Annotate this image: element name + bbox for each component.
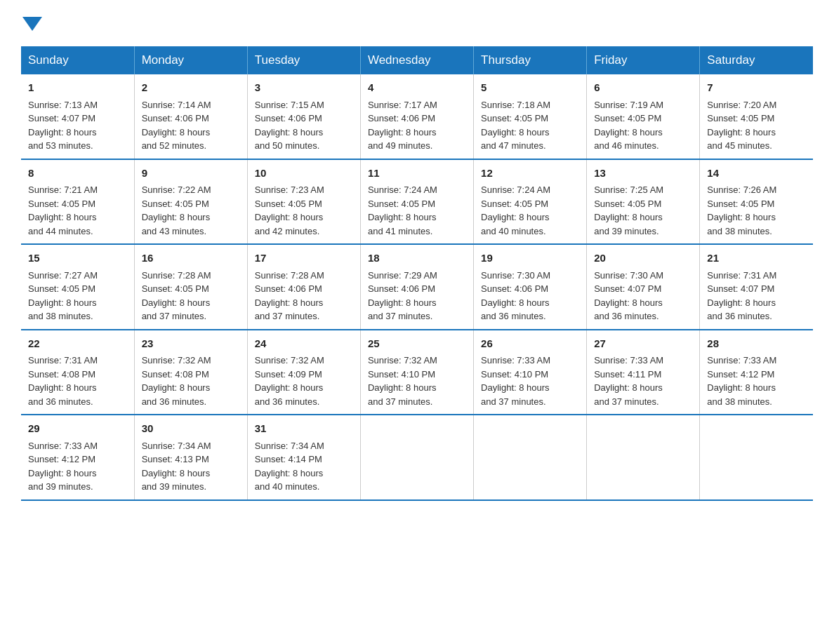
- day-cell: 10Sunrise: 7:23 AMSunset: 4:05 PMDayligh…: [247, 159, 360, 245]
- day-number: 11: [368, 166, 466, 182]
- day-info: Sunrise: 7:33 AMSunset: 4:12 PMDaylight:…: [707, 354, 806, 408]
- page-header: [21, 14, 813, 32]
- day-number: 30: [142, 421, 240, 437]
- day-cell: 7Sunrise: 7:20 AMSunset: 4:05 PMDaylight…: [700, 74, 813, 159]
- header-row: SundayMondayTuesdayWednesdayThursdayFrid…: [21, 46, 813, 74]
- day-info: Sunrise: 7:26 AMSunset: 4:05 PMDaylight:…: [707, 183, 806, 238]
- day-number: 5: [481, 80, 579, 96]
- day-info: Sunrise: 7:33 AMSunset: 4:10 PMDaylight:…: [481, 354, 579, 408]
- day-number: 16: [142, 250, 240, 267]
- day-info: Sunrise: 7:32 AMSunset: 4:08 PMDaylight:…: [142, 354, 240, 408]
- day-cell: 22Sunrise: 7:31 AMSunset: 4:08 PMDayligh…: [21, 330, 134, 415]
- day-cell: 16Sunrise: 7:28 AMSunset: 4:05 PMDayligh…: [134, 244, 247, 330]
- day-cell: 27Sunrise: 7:33 AMSunset: 4:11 PMDayligh…: [587, 330, 700, 415]
- day-info: Sunrise: 7:28 AMSunset: 4:05 PMDaylight:…: [142, 269, 240, 323]
- day-number: 21: [707, 250, 806, 267]
- logo: [21, 14, 42, 32]
- day-info: Sunrise: 7:28 AMSunset: 4:06 PMDaylight:…: [255, 269, 353, 323]
- week-row-3: 15Sunrise: 7:27 AMSunset: 4:05 PMDayligh…: [21, 244, 813, 330]
- day-cell: 25Sunrise: 7:32 AMSunset: 4:10 PMDayligh…: [360, 330, 473, 415]
- day-info: Sunrise: 7:25 AMSunset: 4:05 PMDaylight:…: [594, 183, 692, 238]
- day-info: Sunrise: 7:31 AMSunset: 4:08 PMDaylight:…: [28, 354, 127, 408]
- day-info: Sunrise: 7:23 AMSunset: 4:05 PMDaylight:…: [255, 183, 353, 238]
- day-number: 26: [481, 336, 579, 352]
- day-cell: 5Sunrise: 7:18 AMSunset: 4:05 PMDaylight…: [474, 74, 587, 159]
- day-info: Sunrise: 7:22 AMSunset: 4:05 PMDaylight:…: [142, 183, 240, 238]
- week-row-4: 22Sunrise: 7:31 AMSunset: 4:08 PMDayligh…: [21, 330, 813, 415]
- day-cell: 26Sunrise: 7:33 AMSunset: 4:10 PMDayligh…: [474, 330, 587, 415]
- day-cell: [587, 415, 700, 500]
- day-cell: 18Sunrise: 7:29 AMSunset: 4:06 PMDayligh…: [360, 244, 473, 330]
- header-tuesday: Tuesday: [247, 46, 360, 74]
- day-cell: 1Sunrise: 7:13 AMSunset: 4:07 PMDaylight…: [21, 74, 134, 159]
- day-cell: 3Sunrise: 7:15 AMSunset: 4:06 PMDaylight…: [247, 74, 360, 159]
- day-cell: 24Sunrise: 7:32 AMSunset: 4:09 PMDayligh…: [247, 330, 360, 415]
- day-number: 27: [594, 336, 692, 352]
- header-sunday: Sunday: [21, 46, 134, 74]
- day-number: 8: [28, 166, 127, 182]
- day-number: 25: [368, 336, 466, 352]
- day-info: Sunrise: 7:24 AMSunset: 4:05 PMDaylight:…: [481, 183, 579, 238]
- day-cell: 20Sunrise: 7:30 AMSunset: 4:07 PMDayligh…: [587, 244, 700, 330]
- day-info: Sunrise: 7:27 AMSunset: 4:05 PMDaylight:…: [28, 269, 127, 323]
- day-number: 29: [28, 421, 127, 437]
- day-info: Sunrise: 7:14 AMSunset: 4:06 PMDaylight:…: [142, 98, 240, 153]
- day-info: Sunrise: 7:24 AMSunset: 4:05 PMDaylight:…: [368, 183, 466, 238]
- day-number: 18: [368, 250, 466, 267]
- day-cell: 13Sunrise: 7:25 AMSunset: 4:05 PMDayligh…: [587, 159, 700, 245]
- day-number: 22: [28, 336, 127, 352]
- day-number: 28: [707, 336, 806, 352]
- week-row-5: 29Sunrise: 7:33 AMSunset: 4:12 PMDayligh…: [21, 415, 813, 500]
- day-info: Sunrise: 7:31 AMSunset: 4:07 PMDaylight:…: [707, 269, 806, 323]
- day-cell: 28Sunrise: 7:33 AMSunset: 4:12 PMDayligh…: [700, 330, 813, 415]
- day-number: 15: [28, 250, 127, 267]
- header-friday: Friday: [587, 46, 700, 74]
- day-number: 10: [255, 166, 353, 182]
- day-info: Sunrise: 7:15 AMSunset: 4:06 PMDaylight:…: [255, 98, 353, 153]
- day-cell: 14Sunrise: 7:26 AMSunset: 4:05 PMDayligh…: [700, 159, 813, 245]
- day-info: Sunrise: 7:32 AMSunset: 4:09 PMDaylight:…: [255, 354, 353, 408]
- day-cell: [700, 415, 813, 500]
- day-number: 7: [707, 80, 806, 96]
- calendar-table: SundayMondayTuesdayWednesdayThursdayFrid…: [21, 46, 813, 501]
- logo-triangle-icon: [22, 17, 42, 31]
- day-info: Sunrise: 7:17 AMSunset: 4:06 PMDaylight:…: [368, 98, 466, 153]
- day-cell: 19Sunrise: 7:30 AMSunset: 4:06 PMDayligh…: [474, 244, 587, 330]
- header-saturday: Saturday: [700, 46, 813, 74]
- day-cell: 15Sunrise: 7:27 AMSunset: 4:05 PMDayligh…: [21, 244, 134, 330]
- day-cell: 17Sunrise: 7:28 AMSunset: 4:06 PMDayligh…: [247, 244, 360, 330]
- day-info: Sunrise: 7:18 AMSunset: 4:05 PMDaylight:…: [481, 98, 579, 153]
- day-cell: 9Sunrise: 7:22 AMSunset: 4:05 PMDaylight…: [134, 159, 247, 245]
- day-info: Sunrise: 7:33 AMSunset: 4:12 PMDaylight:…: [28, 439, 127, 494]
- day-info: Sunrise: 7:32 AMSunset: 4:10 PMDaylight:…: [368, 354, 466, 408]
- day-number: 13: [594, 166, 692, 182]
- day-cell: 21Sunrise: 7:31 AMSunset: 4:07 PMDayligh…: [700, 244, 813, 330]
- day-info: Sunrise: 7:13 AMSunset: 4:07 PMDaylight:…: [28, 98, 127, 153]
- day-number: 2: [142, 80, 240, 96]
- day-cell: 23Sunrise: 7:32 AMSunset: 4:08 PMDayligh…: [134, 330, 247, 415]
- day-cell: 4Sunrise: 7:17 AMSunset: 4:06 PMDaylight…: [360, 74, 473, 159]
- day-info: Sunrise: 7:33 AMSunset: 4:11 PMDaylight:…: [594, 354, 692, 408]
- day-cell: 11Sunrise: 7:24 AMSunset: 4:05 PMDayligh…: [360, 159, 473, 245]
- day-cell: 12Sunrise: 7:24 AMSunset: 4:05 PMDayligh…: [474, 159, 587, 245]
- day-info: Sunrise: 7:20 AMSunset: 4:05 PMDaylight:…: [707, 98, 806, 153]
- day-number: 20: [594, 250, 692, 267]
- header-thursday: Thursday: [474, 46, 587, 74]
- header-monday: Monday: [134, 46, 247, 74]
- day-info: Sunrise: 7:29 AMSunset: 4:06 PMDaylight:…: [368, 269, 466, 323]
- day-info: Sunrise: 7:19 AMSunset: 4:05 PMDaylight:…: [594, 98, 692, 153]
- day-info: Sunrise: 7:30 AMSunset: 4:07 PMDaylight:…: [594, 269, 692, 323]
- day-cell: 29Sunrise: 7:33 AMSunset: 4:12 PMDayligh…: [21, 415, 134, 500]
- day-number: 4: [368, 80, 466, 96]
- header-wednesday: Wednesday: [360, 46, 473, 74]
- day-number: 19: [481, 250, 579, 267]
- day-info: Sunrise: 7:34 AMSunset: 4:14 PMDaylight:…: [255, 439, 353, 494]
- day-cell: 2Sunrise: 7:14 AMSunset: 4:06 PMDaylight…: [134, 74, 247, 159]
- day-number: 12: [481, 166, 579, 182]
- day-cell: 6Sunrise: 7:19 AMSunset: 4:05 PMDaylight…: [587, 74, 700, 159]
- day-cell: 31Sunrise: 7:34 AMSunset: 4:14 PMDayligh…: [247, 415, 360, 500]
- week-row-2: 8Sunrise: 7:21 AMSunset: 4:05 PMDaylight…: [21, 159, 813, 245]
- day-cell: [474, 415, 587, 500]
- day-cell: 30Sunrise: 7:34 AMSunset: 4:13 PMDayligh…: [134, 415, 247, 500]
- day-cell: [360, 415, 473, 500]
